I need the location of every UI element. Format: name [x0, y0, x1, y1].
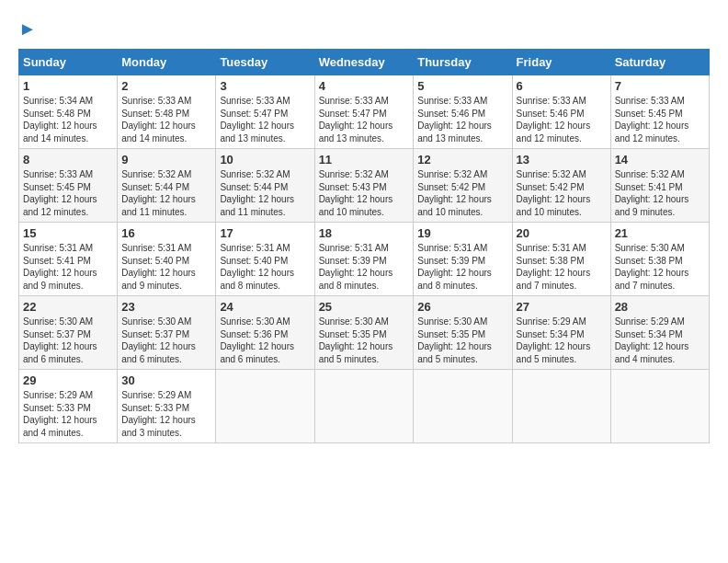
- day-number: 9: [121, 153, 211, 167]
- calendar-cell: 9Sunrise: 5:32 AM Sunset: 5:44 PM Daylig…: [118, 149, 216, 223]
- calendar-cell: 25Sunrise: 5:30 AM Sunset: 5:35 PM Dayli…: [314, 296, 414, 370]
- day-number: 6: [517, 79, 607, 93]
- calendar-cell: 23Sunrise: 5:30 AM Sunset: 5:37 PM Dayli…: [118, 296, 216, 370]
- day-info: Sunrise: 5:32 AM Sunset: 5:43 PM Dayligh…: [319, 168, 410, 218]
- day-number: 30: [121, 373, 211, 387]
- calendar-cell: 6Sunrise: 5:33 AM Sunset: 5:46 PM Daylig…: [512, 75, 610, 149]
- day-info: Sunrise: 5:33 AM Sunset: 5:45 PM Dayligh…: [23, 168, 113, 218]
- day-number: 10: [220, 153, 310, 167]
- day-number: 29: [23, 373, 113, 387]
- day-header-sunday: Sunday: [19, 50, 118, 75]
- day-number: 15: [23, 226, 113, 240]
- day-header-monday: Monday: [118, 50, 216, 75]
- day-info: Sunrise: 5:31 AM Sunset: 5:40 PM Dayligh…: [121, 242, 211, 292]
- calendar-cell: 17Sunrise: 5:31 AM Sunset: 5:40 PM Dayli…: [216, 223, 314, 296]
- calendar-cell: 1Sunrise: 5:34 AM Sunset: 5:48 PM Daylig…: [19, 75, 118, 149]
- day-number: 8: [23, 153, 113, 167]
- day-info: Sunrise: 5:30 AM Sunset: 5:38 PM Dayligh…: [615, 242, 705, 292]
- day-info: Sunrise: 5:32 AM Sunset: 5:44 PM Dayligh…: [220, 168, 310, 218]
- calendar-cell: 30Sunrise: 5:29 AM Sunset: 5:33 PM Dayli…: [118, 370, 216, 443]
- day-info: Sunrise: 5:33 AM Sunset: 5:47 PM Dayligh…: [220, 95, 310, 144]
- day-header-wednesday: Wednesday: [314, 50, 414, 75]
- header-row: SundayMondayTuesdayWednesdayThursdayFrid…: [19, 50, 710, 75]
- day-number: 2: [121, 79, 211, 93]
- week-row-4: 22Sunrise: 5:30 AM Sunset: 5:37 PM Dayli…: [19, 296, 710, 370]
- day-info: Sunrise: 5:32 AM Sunset: 5:42 PM Dayligh…: [517, 168, 607, 218]
- day-info: Sunrise: 5:31 AM Sunset: 5:38 PM Dayligh…: [517, 242, 607, 292]
- logo: ►: [18, 18, 35, 40]
- day-header-thursday: Thursday: [414, 50, 512, 75]
- day-info: Sunrise: 5:32 AM Sunset: 5:41 PM Dayligh…: [615, 168, 705, 218]
- calendar-cell: 13Sunrise: 5:32 AM Sunset: 5:42 PM Dayli…: [512, 149, 610, 223]
- day-info: Sunrise: 5:31 AM Sunset: 5:41 PM Dayligh…: [23, 242, 113, 292]
- day-info: Sunrise: 5:30 AM Sunset: 5:35 PM Dayligh…: [417, 316, 507, 365]
- day-number: 1: [23, 79, 113, 93]
- calendar-cell: 22Sunrise: 5:30 AM Sunset: 5:37 PM Dayli…: [19, 296, 118, 370]
- day-info: Sunrise: 5:30 AM Sunset: 5:36 PM Dayligh…: [220, 316, 310, 365]
- day-info: Sunrise: 5:29 AM Sunset: 5:34 PM Dayligh…: [615, 316, 705, 365]
- day-number: 18: [319, 226, 410, 240]
- day-number: 5: [417, 79, 507, 93]
- calendar-cell: 5Sunrise: 5:33 AM Sunset: 5:46 PM Daylig…: [414, 75, 512, 149]
- day-info: Sunrise: 5:31 AM Sunset: 5:39 PM Dayligh…: [417, 242, 507, 292]
- calendar-cell: 3Sunrise: 5:33 AM Sunset: 5:47 PM Daylig…: [216, 75, 314, 149]
- day-number: 19: [417, 226, 507, 240]
- day-info: Sunrise: 5:30 AM Sunset: 5:37 PM Dayligh…: [121, 316, 211, 365]
- day-info: Sunrise: 5:33 AM Sunset: 5:47 PM Dayligh…: [319, 95, 410, 144]
- calendar-cell: 27Sunrise: 5:29 AM Sunset: 5:34 PM Dayli…: [512, 296, 610, 370]
- day-info: Sunrise: 5:33 AM Sunset: 5:48 PM Dayligh…: [121, 95, 211, 144]
- day-info: Sunrise: 5:31 AM Sunset: 5:39 PM Dayligh…: [319, 242, 410, 292]
- calendar-cell: [314, 370, 414, 443]
- calendar-cell: 18Sunrise: 5:31 AM Sunset: 5:39 PM Dayli…: [314, 223, 414, 296]
- calendar-cell: 10Sunrise: 5:32 AM Sunset: 5:44 PM Dayli…: [216, 149, 314, 223]
- calendar-cell: [512, 370, 610, 443]
- week-row-5: 29Sunrise: 5:29 AM Sunset: 5:33 PM Dayli…: [19, 370, 710, 443]
- day-number: 22: [23, 300, 113, 314]
- day-header-tuesday: Tuesday: [216, 50, 314, 75]
- calendar-cell: 11Sunrise: 5:32 AM Sunset: 5:43 PM Dayli…: [314, 149, 414, 223]
- calendar-cell: 2Sunrise: 5:33 AM Sunset: 5:48 PM Daylig…: [118, 75, 216, 149]
- day-info: Sunrise: 5:30 AM Sunset: 5:35 PM Dayligh…: [319, 316, 410, 365]
- calendar-cell: 16Sunrise: 5:31 AM Sunset: 5:40 PM Dayli…: [118, 223, 216, 296]
- day-number: 28: [615, 300, 705, 314]
- day-number: 23: [121, 300, 211, 314]
- day-number: 3: [220, 79, 310, 93]
- day-number: 11: [319, 153, 410, 167]
- day-number: 13: [517, 153, 607, 167]
- calendar-cell: [414, 370, 512, 443]
- day-number: 7: [615, 79, 705, 93]
- week-row-1: 1Sunrise: 5:34 AM Sunset: 5:48 PM Daylig…: [19, 75, 710, 149]
- day-info: Sunrise: 5:33 AM Sunset: 5:46 PM Dayligh…: [517, 95, 607, 144]
- day-info: Sunrise: 5:29 AM Sunset: 5:34 PM Dayligh…: [517, 316, 607, 365]
- logo-icon: ►: [18, 18, 37, 39]
- day-number: 20: [517, 226, 607, 240]
- day-info: Sunrise: 5:31 AM Sunset: 5:40 PM Dayligh…: [220, 242, 310, 292]
- calendar-cell: 14Sunrise: 5:32 AM Sunset: 5:41 PM Dayli…: [610, 149, 709, 223]
- calendar-cell: [216, 370, 314, 443]
- day-number: 24: [220, 300, 310, 314]
- day-number: 25: [319, 300, 410, 314]
- day-number: 27: [517, 300, 607, 314]
- calendar-cell: 12Sunrise: 5:32 AM Sunset: 5:42 PM Dayli…: [414, 149, 512, 223]
- calendar-cell: 20Sunrise: 5:31 AM Sunset: 5:38 PM Dayli…: [512, 223, 610, 296]
- day-number: 16: [121, 226, 211, 240]
- calendar-cell: 19Sunrise: 5:31 AM Sunset: 5:39 PM Dayli…: [414, 223, 512, 296]
- day-info: Sunrise: 5:34 AM Sunset: 5:48 PM Dayligh…: [23, 95, 113, 144]
- day-number: 14: [615, 153, 705, 167]
- day-header-saturday: Saturday: [610, 50, 709, 75]
- calendar-cell: [610, 370, 709, 443]
- header: ►: [18, 18, 710, 40]
- day-number: 17: [220, 226, 310, 240]
- week-row-3: 15Sunrise: 5:31 AM Sunset: 5:41 PM Dayli…: [19, 223, 710, 296]
- calendar-table: SundayMondayTuesdayWednesdayThursdayFrid…: [18, 49, 710, 443]
- week-row-2: 8Sunrise: 5:33 AM Sunset: 5:45 PM Daylig…: [19, 149, 710, 223]
- day-number: 21: [615, 226, 705, 240]
- calendar-cell: 4Sunrise: 5:33 AM Sunset: 5:47 PM Daylig…: [314, 75, 414, 149]
- day-info: Sunrise: 5:33 AM Sunset: 5:46 PM Dayligh…: [417, 95, 507, 144]
- calendar-cell: 15Sunrise: 5:31 AM Sunset: 5:41 PM Dayli…: [19, 223, 118, 296]
- day-info: Sunrise: 5:33 AM Sunset: 5:45 PM Dayligh…: [615, 95, 705, 144]
- day-info: Sunrise: 5:30 AM Sunset: 5:37 PM Dayligh…: [23, 316, 113, 365]
- day-info: Sunrise: 5:32 AM Sunset: 5:44 PM Dayligh…: [121, 168, 211, 218]
- day-info: Sunrise: 5:29 AM Sunset: 5:33 PM Dayligh…: [23, 389, 113, 439]
- calendar-cell: 8Sunrise: 5:33 AM Sunset: 5:45 PM Daylig…: [19, 149, 118, 223]
